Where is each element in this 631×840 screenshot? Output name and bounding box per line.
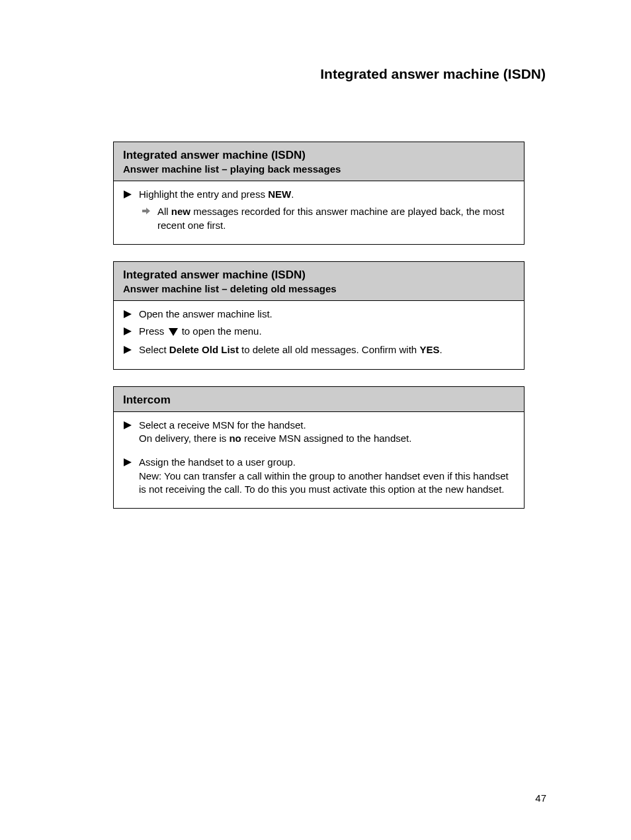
svg-marker-3 — [169, 328, 178, 336]
text: messages recorded for this answer machin… — [157, 206, 504, 230]
down-arrow-icon — [169, 326, 178, 339]
result-arrow-icon — [142, 205, 151, 214]
text: . — [291, 189, 294, 200]
key-label: NEW — [268, 189, 291, 200]
section-h1: Intercom — [123, 393, 515, 407]
result: All new messages recorded for this answe… — [142, 205, 515, 232]
step: Select Delete Old List to delete all old… — [123, 343, 515, 357]
text: All — [157, 206, 171, 217]
page-title: Integrated answer machine (ISDN) — [76, 66, 562, 82]
play-arrow-icon — [123, 308, 132, 319]
text: receive MSN assigned to the handset. — [241, 433, 412, 444]
key-label: YES — [419, 344, 439, 355]
page-number: 47 — [535, 792, 546, 804]
text-bold: new — [171, 206, 190, 217]
section-am-delete: Integrated answer machine (ISDN) Answer … — [113, 261, 525, 370]
text: Select — [139, 344, 169, 355]
text: New: You can transfer a call within the … — [139, 470, 509, 495]
text: to open the menu. — [179, 325, 262, 337]
svg-marker-4 — [124, 346, 132, 354]
svg-marker-2 — [124, 327, 132, 335]
text: to delete all old messages. — [239, 344, 359, 355]
play-arrow-icon — [123, 456, 132, 468]
play-arrow-icon — [123, 325, 132, 337]
svg-marker-5 — [124, 421, 132, 429]
step-text: Highlight the entry and press NEW. — [139, 188, 515, 201]
step-text: Select Delete Old List to delete all old… — [139, 343, 515, 357]
step-text: Press to open the menu. — [139, 325, 515, 339]
step-text: Select a receive MSN for the handset. On… — [139, 419, 515, 446]
play-arrow-icon — [123, 343, 132, 355]
text: Select a receive MSN for the handset. — [139, 419, 306, 431]
step-text: Open the answer machine list. — [139, 308, 515, 321]
svg-marker-6 — [124, 458, 132, 466]
section-header: Intercom — [114, 387, 524, 412]
section-h2: Answer machine list – deleting old messa… — [123, 283, 515, 296]
text: Press — [139, 325, 167, 337]
text: Assign the handset to a user group. — [139, 456, 296, 468]
section-h1: Integrated answer machine (ISDN) — [123, 148, 515, 162]
step: Select a receive MSN for the handset. On… — [123, 419, 515, 446]
step: Assign the handset to a user group. New:… — [123, 456, 515, 496]
section-h1: Integrated answer machine (ISDN) — [123, 268, 515, 282]
play-arrow-icon — [123, 419, 132, 431]
text: On delivery, there is — [139, 433, 229, 444]
step: Press to open the menu. — [123, 325, 515, 339]
section-intercom: Intercom Select a receive MSN for the ha… — [113, 386, 525, 509]
section-body: Open the answer machine list. Press to o… — [114, 301, 524, 369]
section-header: Integrated answer machine (ISDN) Answer … — [114, 142, 524, 181]
section-header: Integrated answer machine (ISDN) Answer … — [114, 262, 524, 301]
result-text: All new messages recorded for this answe… — [157, 205, 515, 232]
text: Highlight the entry and press — [139, 189, 268, 200]
section-am-playback: Integrated answer machine (ISDN) Answer … — [113, 142, 525, 245]
play-arrow-icon — [123, 188, 132, 200]
step: Open the answer machine list. — [123, 308, 515, 321]
step-text: Assign the handset to a user group. New:… — [139, 456, 515, 496]
step: Highlight the entry and press NEW. — [123, 188, 515, 201]
svg-marker-1 — [124, 310, 132, 318]
section-body: Select a receive MSN for the handset. On… — [114, 412, 524, 508]
svg-marker-0 — [124, 190, 132, 198]
section-body: Highlight the entry and press NEW. All n… — [114, 181, 524, 244]
section-h2: Answer machine list – playing back messa… — [123, 163, 515, 176]
text: . — [439, 344, 442, 355]
text-bold: no — [229, 433, 241, 444]
text: Confirm with — [362, 344, 420, 355]
menu-item-label: Delete Old List — [169, 344, 239, 355]
